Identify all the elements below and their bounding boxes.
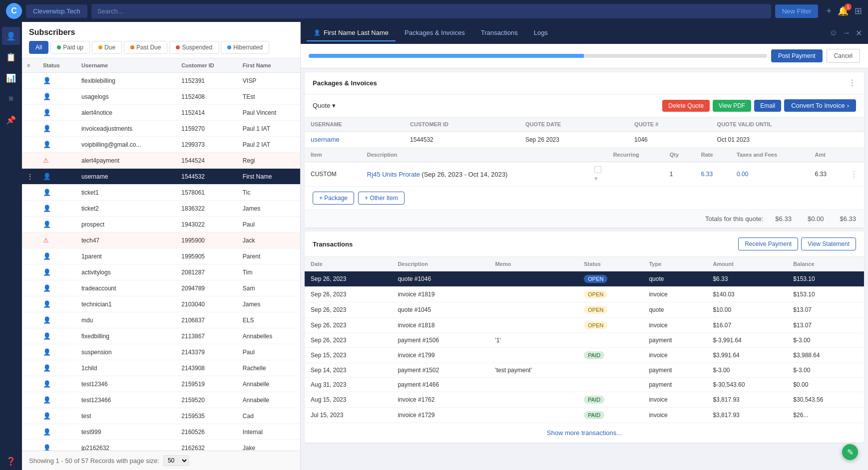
sidebar-icon-users[interactable]: 👤 [2,27,20,45]
org-button[interactable]: Cleverwisp.Tech [26,4,87,18]
table-row[interactable]: 👤 technician1 2103040 James [22,296,300,312]
tab-transactions[interactable]: Transactions [474,25,525,41]
quote-label[interactable]: Quote ▾ [313,102,336,109]
table-row[interactable]: 👤 flexiblebilling 1152391 VISP [22,73,300,89]
table-row[interactable]: 👤 usagelogs 1152408 TEst [22,89,300,105]
table-row[interactable]: 👤 test 2159535 Cad [22,408,300,424]
cancel-button[interactable]: Cancel [827,49,860,63]
tab-logs[interactable]: Logs [527,25,555,41]
table-row[interactable]: 👤 test123466 2159520 Annabelle [22,392,300,408]
tab-hibernated[interactable]: Hibernated [221,41,269,54]
row-menu-cell[interactable]: ⋮ [22,169,38,185]
table-row[interactable]: 👤 mdu 2106837 ELS [22,312,300,328]
trans-row[interactable]: Aug 15, 2023 invoice #1762 PAID invoice … [305,392,864,408]
trans-row[interactable]: Sep 14, 2023 payment #1502 'test payment… [305,363,864,378]
row-menu-cell[interactable] [22,296,38,312]
trans-row[interactable]: Sep 26, 2023 payment #1506 '1' payment $… [305,333,864,348]
row-menu-cell[interactable] [22,376,38,392]
new-filter-button[interactable]: New Filter [775,4,819,18]
row-menu-cell[interactable] [22,185,38,201]
grid-icon[interactable]: ⊞ [855,5,862,16]
table-row[interactable]: 👤 fixedbilling 2113867 Annabelles [22,328,300,344]
view-statement-button[interactable]: View Statement [801,237,856,250]
table-row[interactable]: 👤 invoiceadjustments 1159270 Paul 1 IAT [22,121,300,137]
table-row[interactable]: 👤 test12346 2159519 Annabelle [22,376,300,392]
tab-profile[interactable]: 👤 First Name Last Name [307,25,396,41]
row-menu-cell[interactable] [22,248,38,264]
tab-packages-invoices[interactable]: Packages & Invoices [398,25,472,41]
sidebar-icon-settings[interactable]: ≡ [2,90,20,108]
sidebar-icon-help[interactable]: ❓ [2,452,20,470]
row-menu-cell[interactable] [22,264,38,280]
row-menu-cell[interactable] [22,73,38,89]
row-menu-cell[interactable] [22,201,38,217]
table-row[interactable]: 👤 jp2162632 2162632 Jake [22,440,300,451]
row-menu-cell[interactable] [22,344,38,360]
table-row[interactable]: ⋮ 👤 username 1544532 First Name [22,169,300,185]
table-row[interactable]: ⚠ alert4payment 1544524 Regi [22,153,300,169]
view-pdf-button[interactable]: View PDF [713,100,751,112]
row-menu-cell[interactable] [22,153,38,169]
row-menu-cell[interactable] [22,233,38,248]
table-row[interactable]: 👤 test999 2160526 Internal [22,424,300,440]
row-menu-cell[interactable] [22,392,38,408]
tab-suspended[interactable]: Suspended [169,41,219,54]
row-menu-cell[interactable] [22,280,38,296]
trans-row[interactable]: Sep 15, 2023 invoice #1799 PAID invoice … [305,348,864,363]
delete-quote-button[interactable]: Delete Quote [662,100,710,112]
add-package-button[interactable]: + Package [313,192,354,205]
sidebar-icon-reports[interactable]: 📋 [2,48,20,66]
table-row[interactable]: 👤 ticket2 1836322 James [22,201,300,217]
table-row[interactable]: ⚠ tech47 1995900 Jack [22,233,300,248]
row-menu-cell[interactable] [22,121,38,137]
chat-bubble[interactable]: ✎ [842,444,858,460]
page-size-select[interactable]: 50 100 200 [163,455,189,466]
forward-icon[interactable]: → [843,28,851,37]
table-row[interactable]: 👤 activitylogs 2081287 Tim [22,264,300,280]
table-row[interactable]: 👤 1parent 1995905 Parent [22,248,300,264]
tab-paid-up[interactable]: Paid up [50,41,90,54]
row-menu-cell[interactable] [22,328,38,344]
sidebar-icon-pin[interactable]: 📌 [2,111,20,129]
row-menu-cell[interactable] [22,89,38,105]
table-row[interactable]: 👤 1child 2143908 Rachelle [22,360,300,376]
row-menu-cell[interactable] [22,424,38,440]
show-more-transactions[interactable]: Show more transactions... [305,423,864,443]
search-input[interactable] [91,4,771,18]
email-button[interactable]: Email [754,100,781,112]
trans-row[interactable]: Sep 26, 2023 quote #1046 OPEN quote $6.3… [305,271,864,287]
tab-due[interactable]: Due [92,41,122,54]
table-row[interactable]: 👤 tradeaccount 2094789 Sam [22,280,300,296]
receive-payment-button[interactable]: Receive Payment [738,237,798,250]
item-more-icon[interactable]: ⋮ [850,170,858,179]
item-description-link[interactable]: Rj45 Units Prorate [367,171,420,178]
item-dropdown-icon[interactable]: ▾ [594,175,598,182]
tab-all[interactable]: All [29,41,48,54]
tab-past-due[interactable]: Past Due [124,41,167,54]
trans-row[interactable]: Aug 31, 2023 payment #1466 payment $-30,… [305,378,864,392]
table-row[interactable]: 👤 suspension 2143379 Paul [22,344,300,360]
convert-to-invoice-button[interactable]: Convert To Invoice › [784,99,856,112]
add-icon[interactable]: + [826,6,832,16]
quote-username-link[interactable]: username [311,136,340,143]
add-other-item-button[interactable]: + Other Item [358,192,405,205]
row-menu-cell[interactable] [22,360,38,376]
trans-row[interactable]: Sep 26, 2023 quote #1045 OPEN quote $10.… [305,302,864,318]
row-menu-cell[interactable] [22,440,38,451]
trans-row[interactable]: Jul 15, 2023 invoice #1729 PAID invoice … [305,408,864,423]
bell-icon[interactable]: 🔔 [838,5,849,16]
row-menu-cell[interactable] [22,408,38,424]
table-row[interactable]: 👤 alert4notice 1152414 Paul Vincent [22,105,300,121]
post-payment-button[interactable]: Post Payment [771,49,823,62]
sidebar-icon-analytics[interactable]: 📊 [2,69,20,87]
trans-row[interactable]: Sep 26, 2023 invoice #1819 OPEN invoice … [305,287,864,302]
row-menu-cell[interactable] [22,105,38,121]
table-row[interactable]: 👤 ticket1 1578061 Tic [22,185,300,201]
table-row[interactable]: 👤 prospect 1943022 Paul [22,217,300,233]
logo-button[interactable]: C [6,3,22,19]
row-menu-cell[interactable] [22,137,38,153]
trans-row[interactable]: Sep 26, 2023 invoice #1818 OPEN invoice … [305,318,864,333]
packages-more-icon[interactable]: ⋮ [848,78,856,88]
row-menu-cell[interactable] [22,217,38,233]
close-icon[interactable]: ✕ [856,28,862,38]
